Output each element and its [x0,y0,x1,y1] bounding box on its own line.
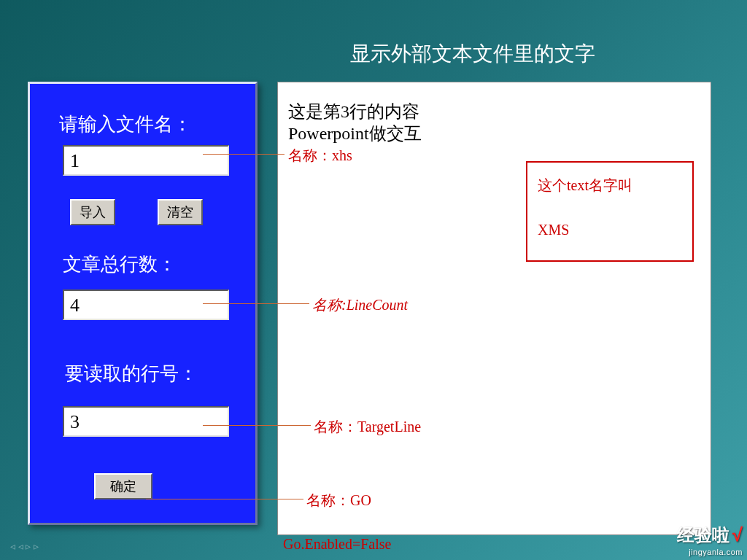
linecount-label: 文章总行数： [63,252,177,277]
annotation-go-enabled: Go.Enabled=False [283,536,391,553]
annotation-linecount: 名称:LineCount [312,295,408,315]
ok-button[interactable]: 确定 [94,473,152,499]
nav-arrows-icon: ◃ ◃ ▹ ▹ [10,540,39,553]
display-content: 这是第3行的内容 Powerpoint做交互 [288,101,422,144]
infobox-line1: 这个text名字叫 [538,176,682,195]
watermark-url: jingyanla.com [689,548,743,556]
leader-line-xhs [203,154,285,155]
content-line2: Powerpoint做交互 [288,124,422,143]
import-button[interactable]: 导入 [70,199,115,225]
annotation-xhs: 名称：xhs [288,146,352,166]
slide-title: 显示外部文本文件里的文字 [350,40,595,68]
leader-line-go [146,499,303,499]
watermark: 经验啦 √ jingyanla.com [677,524,743,557]
leader-line-targetline [203,425,311,426]
linecount-input[interactable] [63,289,229,320]
check-icon: √ [732,524,743,545]
filename-input[interactable] [63,145,229,176]
clear-button[interactable]: 清空 [158,199,203,225]
targetline-input[interactable] [63,406,229,437]
targetline-label: 要读取的行号： [65,361,198,386]
content-line1: 这是第3行的内容 [288,102,419,121]
watermark-brand: 经验啦 [677,525,729,545]
filename-label: 请输入文件名： [59,112,192,137]
info-box: 这个text名字叫 XMS [526,161,694,262]
annotation-go: 名称：GO [306,491,371,510]
leader-line-linecount [203,303,309,304]
annotation-targetline: 名称：TargetLine [314,417,421,437]
infobox-line2: XMS [538,222,682,238]
